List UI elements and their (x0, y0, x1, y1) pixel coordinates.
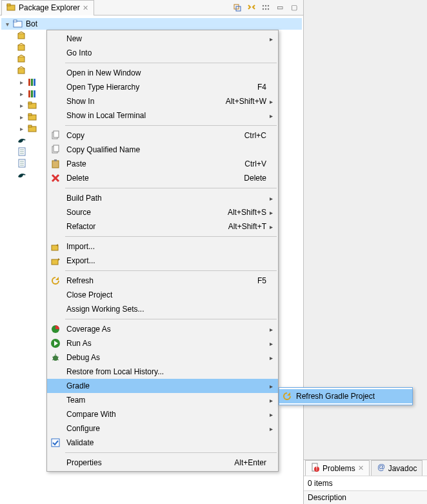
menu-item-label: Show in Local Terminal (64, 111, 259, 120)
menu-item-gradle[interactable]: Gradle▸ (47, 379, 278, 393)
menu-item-debug-as[interactable]: Debug As▸ (47, 350, 278, 365)
menu-item-configure[interactable]: Configure▸ (47, 421, 278, 436)
tab-problems[interactable]: ! Problems ✕ (305, 460, 370, 476)
library-icon (27, 88, 37, 99)
twisty-icon[interactable] (3, 21, 12, 28)
menu-item-run-as[interactable]: Run As▸ (47, 336, 278, 350)
problems-count: 0 items (304, 476, 427, 490)
close-icon[interactable]: ✕ (83, 4, 88, 12)
tab-javadoc[interactable]: @ Javadoc (371, 460, 423, 476)
twisty-icon[interactable] (17, 102, 26, 109)
twisty-icon[interactable] (17, 125, 26, 132)
svg-rect-1 (7, 4, 10, 6)
menu-item-label: Import... (64, 242, 259, 251)
menu-item-label: Export... (64, 256, 259, 265)
svg-point-6 (268, 5, 269, 6)
export-icon (47, 256, 64, 266)
menu-item-label: Open in New Window (64, 68, 259, 77)
view-tab-package-explorer[interactable]: Package Explorer ✕ (1, 0, 94, 15)
menu-item-team[interactable]: Team▸ (47, 393, 278, 407)
twisty-icon[interactable] (17, 79, 26, 86)
svg-rect-16 (28, 79, 30, 86)
menu-item-export[interactable]: Export... (47, 254, 278, 268)
view-menu-icon[interactable] (261, 3, 271, 13)
menu-item-validate[interactable]: Validate (47, 436, 278, 450)
tab-label: Problems (323, 464, 355, 473)
menu-item-refactor[interactable]: RefactorAlt+Shift+T▸ (47, 219, 278, 234)
menu-item-label: Copy (64, 131, 237, 140)
menu-item-delete[interactable]: DeleteDelete (47, 171, 278, 185)
package-icon (17, 42, 27, 52)
menu-item-label: Run As (64, 339, 259, 348)
menu-item-label: Properties (64, 458, 226, 467)
menu-item-label: Source (64, 208, 220, 217)
menu-item-copy-qname[interactable]: Copy Qualified Name (47, 143, 278, 157)
svg-rect-18 (34, 79, 35, 86)
submenu-item-refresh-gradle-project[interactable]: Refresh Gradle Project (279, 389, 412, 403)
file-icon (17, 158, 27, 168)
svg-rect-11 (14, 20, 17, 22)
menu-item-compare-with[interactable]: Compare With▸ (47, 407, 278, 421)
refresh-icon (47, 276, 64, 286)
submenu-arrow-icon: ▸ (266, 340, 273, 347)
menu-item-close-project[interactable]: Close Project (47, 288, 278, 302)
menu-item-accelerator: F4 (250, 83, 266, 92)
twisty-icon[interactable] (17, 114, 26, 121)
menu-item-show-in[interactable]: Show InAlt+Shift+W▸ (47, 94, 278, 108)
menu-item-accelerator: Delete (236, 174, 266, 183)
submenu-arrow-icon: ▸ (266, 383, 273, 390)
menu-item-copy[interactable]: CopyCtrl+C (47, 128, 278, 143)
svg-line-53 (57, 359, 59, 360)
package-icon (17, 65, 27, 76)
menu-item-build-path[interactable]: Build Path▸ (47, 191, 278, 205)
gradle-submenu: Refresh Gradle Project (279, 387, 413, 405)
menu-item-coverage-as[interactable]: Coverage As▸ (47, 322, 278, 336)
menu-item-label: Gradle (64, 381, 259, 390)
problems-table-header: Description (304, 490, 427, 504)
menu-item-go-into[interactable]: Go Into (47, 46, 278, 60)
collapse-all-icon[interactable] (232, 3, 243, 13)
editor-area: ! Problems ✕ @ Javadoc 0 items Descripti… (304, 0, 427, 504)
gradle-icon (17, 135, 27, 145)
menu-item-refresh[interactable]: RefreshF5 (47, 274, 278, 288)
view-tab-bar: Package Explorer ✕ ▭ ▢ (0, 0, 303, 15)
link-editor-icon[interactable] (246, 3, 257, 13)
menu-item-assign-ws[interactable]: Assign Working Sets... (47, 302, 278, 316)
menu-item-properties[interactable]: PropertiesAlt+Enter (47, 456, 278, 470)
svg-rect-41 (54, 159, 57, 161)
menu-item-open-type-hierarchy[interactable]: Open Type HierarchyF4 (47, 80, 278, 94)
minimize-icon[interactable]: ▭ (275, 3, 285, 13)
menu-item-source[interactable]: SourceAlt+Shift+S▸ (47, 205, 278, 219)
menu-item-paste[interactable]: PasteCtrl+V (47, 157, 278, 171)
submenu-arrow-icon: ▸ (266, 397, 273, 404)
menu-item-import[interactable]: Import... (47, 239, 278, 254)
submenu-arrow-icon: ▸ (266, 35, 273, 43)
svg-rect-17 (31, 79, 33, 86)
tree-item-label: Bot (26, 19, 37, 28)
menu-separator (65, 270, 277, 271)
svg-rect-14 (18, 57, 25, 62)
tab-label: Javadoc (388, 464, 417, 473)
submenu-arrow-icon: ▸ (266, 98, 273, 105)
svg-rect-15 (18, 68, 25, 74)
close-icon[interactable]: ✕ (358, 464, 364, 472)
menu-item-open-new-window[interactable]: Open in New Window (47, 66, 278, 80)
menu-item-label: Go Into (64, 48, 259, 57)
svg-rect-21 (34, 90, 35, 97)
menu-item-accelerator: Alt+Shift+W (218, 97, 266, 106)
menu-item-new[interactable]: New▸ (47, 32, 278, 46)
import-icon (47, 241, 64, 252)
submenu-arrow-icon: ▸ (266, 326, 273, 333)
svg-rect-23 (28, 102, 32, 104)
menu-item-restore-history[interactable]: Restore from Local History... (47, 365, 278, 379)
menu-item-show-local-terminal[interactable]: Show in Local Terminal▸ (47, 108, 278, 123)
maximize-icon[interactable]: ▢ (289, 3, 299, 13)
tree-item-project[interactable]: Bot (1, 18, 302, 30)
twisty-icon[interactable] (17, 90, 26, 97)
menu-separator (65, 125, 277, 126)
submenu-arrow-icon: ▸ (266, 354, 273, 361)
package-icon (17, 30, 27, 41)
menu-item-label: Copy Qualified Name (64, 145, 259, 154)
menu-item-label: Restore from Local History... (64, 367, 259, 376)
svg-rect-44 (52, 245, 58, 250)
